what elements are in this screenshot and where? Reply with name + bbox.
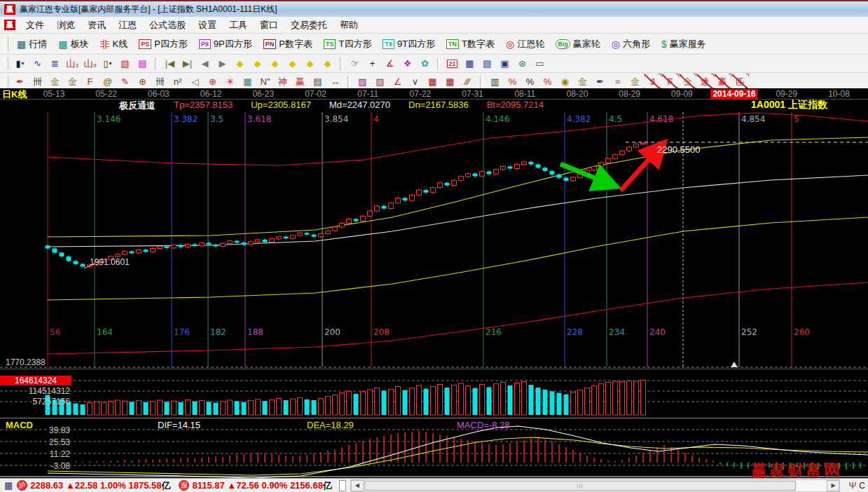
pattern-chart-icon[interactable]: ▧ [116,55,134,71]
diamond-right-icon[interactable]: ◆ [249,55,266,71]
info-panel-icon[interactable]: ≣ [46,55,64,71]
toolbar-9t-square-button[interactable]: T99T四方形 [377,36,441,53]
ruler-123-icon[interactable]: ▤ [309,74,326,90]
next-page-icon[interactable]: ▶ [214,55,231,71]
drag-hand-icon[interactable]: ☞ [346,55,364,71]
ink-pen-icon[interactable]: ✒ [591,74,609,90]
web-grid-icon[interactable]: ▦ [239,74,256,90]
ying-ruler-icon[interactable]: 赢 [291,74,309,90]
toolbar-sectors-button[interactable]: ▩板块 [53,36,94,53]
n-marks-icon[interactable]: Ν″ [256,74,274,90]
diag-ying-icon[interactable]: 赢 [714,74,731,90]
calculator-icon[interactable]: ▦ [461,55,478,71]
compass-icon[interactable]: ⊕ [204,74,221,90]
first-page-icon[interactable]: |◀ [161,55,179,71]
menu-formula-stock-pick[interactable]: 公式选股 [143,18,192,33]
grid-dark-b-icon[interactable]: ▦ [441,74,459,90]
diag-su-icon[interactable]: 速 [696,74,714,90]
diamond-compress-icon[interactable]: ◆ [284,55,301,71]
percent-icon[interactable]: % [521,74,539,90]
candle-type-icon[interactable]: ▮▾ [11,55,29,71]
last-page-icon[interactable]: ▶| [179,55,196,71]
ruler-hash-icon[interactable]: 卌 [29,74,46,90]
toolbar-gann-wheel-button[interactable]: ◎江恩轮 [500,36,550,53]
circle-ruler-icon[interactable]: ⊕ [134,74,151,90]
calendar-icon[interactable]: 21 [443,55,461,71]
toolbar-p-digit-table-button[interactable]: PNP数字表 [258,36,318,53]
gold-circle-icon[interactable]: ◉ [556,74,574,90]
menu-tools[interactable]: 工具 [223,18,254,33]
crosshair-icon[interactable]: + [364,55,381,71]
fan-box-b-icon[interactable]: ▨ [371,74,389,90]
bars-3-icon[interactable]: 山₃ [64,55,81,71]
diamond-zoom-in-icon[interactable]: ◆ [319,55,336,71]
trend-curve-icon[interactable]: ∿ [29,55,46,71]
t-percent-icon[interactable]: % [504,74,521,90]
notebook-icon[interactable]: ▤ [478,55,496,71]
diag-pi-icon[interactable]: 匹 [731,74,749,90]
color-histogram-icon[interactable]: ▤ [134,55,151,71]
gold-gann-b-icon[interactable]: 金 [64,74,81,90]
fan-lines-icon[interactable]: ∠ [389,74,406,90]
diag-j-icon[interactable]: J [644,74,661,90]
span-arrow-icon[interactable]: ↔ [326,74,344,90]
prev-page-icon[interactable]: ◀ [196,55,214,71]
menu-gann[interactable]: 江恩 [112,18,143,33]
scale-chart-icon[interactable]: ▥ [486,74,504,90]
toolbar-hexagon-button[interactable]: ◎六角形 [606,36,656,53]
menu-trade-order[interactable]: 交易委托 [284,18,333,33]
menu-settings[interactable]: 设置 [192,18,223,33]
splitter-handle[interactable] [339,480,346,491]
flag-tool-icon[interactable]: ◁ [186,74,204,90]
diamond-expand-icon[interactable]: ◆ [266,55,284,71]
fan-3-icon[interactable]: ⁄⁄⁄ [459,74,476,90]
magenta-tool-icon[interactable]: ❖ [399,55,416,71]
toolbar-winner-wheel-button[interactable]: Big赢家轮 [550,36,606,53]
pen-knife-icon[interactable]: ✒ [11,74,29,90]
horizontal-scrollbar[interactable]: ◀ ||| ▶ [350,479,841,492]
diamond-zoom-out-icon[interactable]: ◆ [301,55,319,71]
gold-gann-a-icon[interactable]: 金 [46,74,64,90]
toolbar-quotes-button[interactable]: ▦行情 [11,36,53,53]
zigzag-icon[interactable]: ∨ [406,74,424,90]
gold-bar-icon[interactable]: 金 [574,74,591,90]
grid-dark-a-icon[interactable]: ▦ [424,74,441,90]
bars-9-icon[interactable]: 山₉ [81,55,99,71]
star-burst-icon[interactable]: ✳ [221,74,239,90]
percent-line-icon[interactable]: % [539,74,556,90]
fan-box-a-icon[interactable]: ▨ [354,74,371,90]
save-icon[interactable]: ▣ [496,55,514,71]
toolbar-winner-service-button[interactable]: $赢家服务 [656,36,712,53]
menu-help[interactable]: 帮助 [333,18,364,33]
menu-browse[interactable]: 浏览 [50,18,81,33]
gold-under-icon[interactable]: 金 [626,74,644,90]
scroll-left-button[interactable]: ◀ [351,480,364,491]
diag-gold-icon[interactable]: 金 [679,74,696,90]
n-square-icon[interactable]: n² [169,74,186,90]
chart-mode-icon[interactable]: ▦ [4,480,13,491]
toolbar-9p-square-button[interactable]: P99P四方形 [193,36,258,53]
toolbar-k-line-button[interactable]: 非K线 [94,36,133,53]
chart-canvas[interactable]: 563.1461643.3821763.51823.6181883.854200… [0,88,868,478]
cyan-tool-icon[interactable]: ✿ [416,55,434,71]
diag-f-icon[interactable]: F [661,74,679,90]
scrollbar-thumb[interactable]: ||| [364,481,796,491]
hash-ruler-icon[interactable]: 卌 [151,74,169,90]
menu-news[interactable]: 资讯 [81,18,112,33]
diamond-left-icon[interactable]: ◆ [231,55,249,71]
chart-region[interactable]: 563.1461643.3821763.51823.6181883.854200… [0,88,868,478]
red-pen-icon[interactable]: ✎ [116,74,134,90]
f-gann-icon[interactable]: F [81,74,99,90]
network-share-icon[interactable]: ⊛ [514,55,531,71]
scroll-right-button[interactable]: ▶ [827,480,839,491]
toolbar-t-digit-table-button[interactable]: TNT数字表 [441,36,500,53]
hollow-candle-icon[interactable]: ▯▾ [99,55,116,71]
double-wave-icon[interactable]: ≈ [609,74,626,90]
spiral-icon[interactable]: @ [99,74,116,90]
angle-measure-icon[interactable]: ∡ [381,55,399,71]
toolbar-t-square-button[interactable]: TST四方形 [318,36,377,53]
toolbar-p-square-button[interactable]: PSP四方形 [133,36,193,53]
shen-ruler-icon[interactable]: 神 [274,74,291,90]
menu-window[interactable]: 窗口 [254,18,284,33]
printer-icon[interactable]: ▭ [531,55,549,71]
